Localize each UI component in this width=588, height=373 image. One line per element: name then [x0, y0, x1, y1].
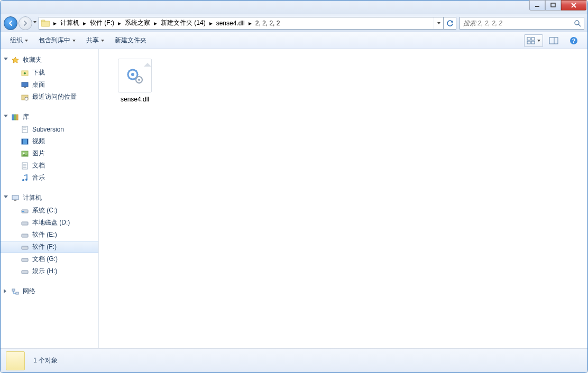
- svg-rect-36: [12, 195, 19, 200]
- expand-icon: [4, 58, 8, 60]
- sidebar-item-downloads[interactable]: 下载: [1, 67, 98, 79]
- svg-rect-27: [27, 139, 28, 144]
- sidebar-item-label: 软件 (F:): [32, 243, 57, 251]
- sidebar-item-label: Subversion: [32, 126, 64, 133]
- sidebar-item-desktop[interactable]: 桌面: [1, 79, 98, 91]
- share-button[interactable]: 共享: [81, 34, 109, 47]
- sidebar-item-videos[interactable]: 视频: [1, 135, 98, 147]
- sidebar-item-recent[interactable]: 最近访问的位置: [1, 91, 98, 103]
- content-pane[interactable]: sense4.dll: [99, 49, 587, 348]
- sidebar-group-favorites[interactable]: 收藏夹: [1, 53, 98, 67]
- sidebar-item-drive-h[interactable]: 娱乐 (H:): [1, 265, 98, 277]
- svg-rect-1: [551, 3, 555, 7]
- svg-rect-43: [22, 258, 28, 262]
- view-mode-button[interactable]: [524, 34, 543, 47]
- sidebar-item-label: 下载: [32, 68, 45, 77]
- toolbar: 组织 包含到库中 共享 新建文件夹 ?: [1, 32, 587, 49]
- document-icon: [21, 162, 29, 170]
- svg-rect-20: [14, 115, 16, 120]
- sidebar-item-drive-d[interactable]: 本地磁盘 (D:): [1, 217, 98, 229]
- address-dropdown[interactable]: [434, 17, 443, 29]
- organize-label: 组织: [10, 36, 23, 45]
- breadcrumb-sep[interactable]: ▸: [152, 17, 159, 29]
- breadcrumb-crumb[interactable]: 2, 2, 2, 2: [253, 17, 282, 29]
- sidebar-group-computer[interactable]: 计算机: [1, 191, 98, 204]
- sidebar-item-music[interactable]: 音乐: [1, 172, 98, 184]
- address-row: ▸ 计算机 ▸ 软件 (F:) ▸ 系统之家 ▸ 新建文件夹 (14) ▸ se…: [1, 14, 587, 32]
- breadcrumb-sep[interactable]: ▸: [247, 17, 253, 29]
- organize-button[interactable]: 组织: [5, 34, 33, 47]
- search-input[interactable]: [460, 20, 571, 27]
- drive-icon: [21, 219, 29, 227]
- address-bar[interactable]: ▸ 计算机 ▸ 软件 (F:) ▸ 系统之家 ▸ 新建文件夹 (14) ▸ se…: [39, 17, 456, 30]
- breadcrumb-crumb[interactable]: 软件 (F:): [88, 17, 116, 29]
- include-in-library-button[interactable]: 包含到库中: [33, 34, 81, 47]
- breadcrumb-sep[interactable]: ▸: [81, 17, 88, 29]
- include-label: 包含到库中: [39, 36, 70, 45]
- sidebar-item-label: 文档: [32, 161, 45, 170]
- svg-rect-9: [531, 41, 535, 44]
- sidebar-item-pictures[interactable]: 图片: [1, 147, 98, 160]
- refresh-button[interactable]: [443, 17, 456, 29]
- breadcrumb-crumb[interactable]: 计算机: [58, 17, 81, 29]
- nav-buttons: [4, 16, 35, 31]
- sidebar-group-libraries[interactable]: 库: [1, 110, 98, 124]
- navigation-pane: 收藏夹 下载 桌面 最近访问的位置 库 Subversion 视频 图片 文档 …: [1, 49, 99, 348]
- drive-icon: [21, 231, 29, 239]
- maximize-button[interactable]: [545, 0, 561, 11]
- breadcrumb-sep[interactable]: ▸: [208, 17, 214, 29]
- sidebar-item-label: 软件 (E:): [32, 230, 57, 239]
- sidebar-group-network[interactable]: 网络: [1, 285, 98, 298]
- folder-icon: [6, 351, 25, 370]
- search-icon[interactable]: [571, 17, 584, 29]
- sidebar-item-drive-g[interactable]: 文档 (G:): [1, 253, 98, 265]
- download-icon: [21, 69, 29, 77]
- sidebar-item-label: 文档 (G:): [32, 255, 58, 264]
- svg-point-34: [22, 179, 24, 181]
- svg-rect-37: [14, 200, 16, 201]
- sidebar-item-subversion[interactable]: Subversion: [1, 124, 98, 135]
- svg-point-50: [138, 79, 140, 81]
- explorer-window: ▸ 计算机 ▸ 软件 (F:) ▸ 系统之家 ▸ 新建文件夹 (14) ▸ se…: [0, 0, 588, 373]
- new-folder-button[interactable]: 新建文件夹: [109, 34, 152, 47]
- minimize-button[interactable]: [529, 0, 545, 11]
- breadcrumb-sep[interactable]: ▸: [52, 17, 58, 29]
- sidebar-item-drive-f[interactable]: 软件 (F:): [1, 241, 98, 253]
- file-item[interactable]: sense4.dll: [109, 59, 160, 103]
- breadcrumb-crumb[interactable]: sense4.dll: [214, 17, 247, 29]
- help-button[interactable]: ?: [564, 34, 583, 47]
- sidebar-item-drive-c[interactable]: 系统 (C:): [1, 204, 98, 217]
- help-icon: ?: [569, 36, 578, 45]
- svg-rect-10: [549, 38, 558, 44]
- svg-rect-46: [16, 292, 19, 294]
- chevron-down-icon: [537, 40, 540, 42]
- titlebar: [1, 1, 587, 14]
- sidebar-item-documents[interactable]: 文档: [1, 160, 98, 172]
- breadcrumb-crumb[interactable]: 新建文件夹 (14): [159, 17, 208, 29]
- chevron-down-icon: [72, 40, 76, 42]
- view-icon: [527, 37, 535, 44]
- forward-button[interactable]: [19, 16, 32, 30]
- music-icon: [21, 174, 29, 182]
- preview-pane-button[interactable]: [544, 34, 563, 47]
- svg-rect-44: [22, 271, 28, 274]
- close-button[interactable]: [561, 0, 586, 11]
- sidebar-item-label: 本地磁盘 (D:): [32, 218, 70, 227]
- sidebar-item-drive-e[interactable]: 软件 (E:): [1, 229, 98, 241]
- svg-rect-7: [531, 38, 535, 40]
- breadcrumb-sep[interactable]: ▸: [116, 17, 123, 29]
- file-label: sense4.dll: [109, 96, 160, 103]
- nav-history-dropdown-icon[interactable]: [33, 21, 36, 23]
- window-controls: [529, 0, 586, 11]
- search-box[interactable]: [460, 17, 584, 30]
- back-button[interactable]: [4, 16, 17, 30]
- sidebar-item-label: 音乐: [32, 173, 45, 182]
- breadcrumb-crumb[interactable]: 系统之家: [123, 17, 152, 29]
- desktop-icon: [21, 81, 29, 89]
- folder-icon: [40, 18, 51, 29]
- svg-rect-16: [24, 87, 26, 88]
- svg-rect-41: [22, 234, 28, 237]
- drive-icon: [21, 243, 29, 251]
- svg-rect-8: [527, 41, 530, 44]
- computer-label: 计算机: [23, 193, 42, 202]
